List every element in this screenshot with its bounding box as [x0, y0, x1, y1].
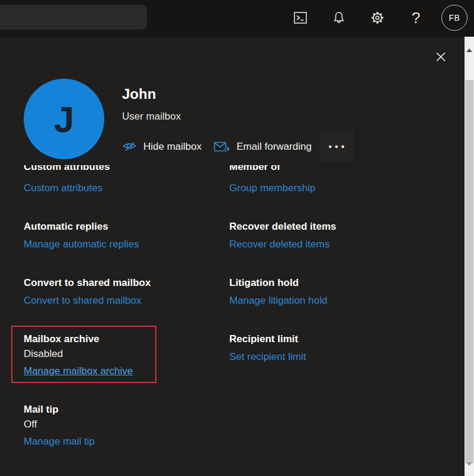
mail-tip-status: Off — [24, 419, 229, 430]
mailbox-details-flyout: J John User mailbox Hide mailbox — [0, 37, 465, 476]
section-title: Custom attributes — [24, 165, 229, 172]
section-title: Member of — [229, 165, 447, 172]
mailbox-name: John — [122, 86, 354, 102]
convert-to-shared-mailbox-link[interactable]: Convert to shared mailbox — [24, 295, 141, 306]
topbar-icon-group: ? FB — [287, 5, 467, 31]
manage-mail-tip-link[interactable]: Manage mail tip — [24, 436, 95, 447]
mailbox-profile-header: J John User mailbox Hide mailbox — [24, 79, 354, 162]
powershell-terminal-button[interactable] — [287, 5, 313, 31]
terminal-icon — [294, 12, 307, 24]
section-mailbox-archive: Mailbox archive Disabled Manage mailbox … — [24, 333, 229, 377]
scroll-down-arrow-icon — [466, 462, 472, 475]
gear-icon — [370, 11, 385, 25]
notifications-button[interactable] — [326, 5, 352, 31]
avatar-initial: J — [54, 98, 74, 140]
group-membership-link[interactable]: Group membership — [229, 182, 316, 194]
scroll-up-button[interactable] — [465, 39, 474, 49]
recover-deleted-items-link[interactable]: Recover deleted items — [229, 239, 329, 250]
hide-mailbox-button[interactable]: Hide mailbox — [122, 140, 201, 153]
close-x-icon — [434, 50, 447, 63]
custom-attributes-link[interactable]: Custom attributes — [24, 182, 103, 194]
section-litigation-hold: Litigation hold Manage litigation hold — [229, 277, 447, 306]
section-custom-attributes: Custom attributes Custom attributes — [24, 165, 229, 194]
set-recipient-limit-link[interactable]: Set recipient limit — [229, 351, 306, 362]
close-button[interactable] — [433, 49, 449, 65]
manage-mailbox-archive-link[interactable]: Manage mailbox archive — [24, 365, 133, 377]
section-automatic-replies: Automatic replies Manage automatic repli… — [24, 221, 229, 250]
scrollbar-thumb[interactable] — [465, 80, 473, 463]
section-title: Automatic replies — [24, 221, 229, 232]
eye-slash-icon — [122, 140, 137, 153]
manage-automatic-replies-link[interactable]: Manage automatic replies — [24, 239, 139, 250]
section-title: Recover deleted items — [229, 221, 447, 232]
section-title: Recipient limit — [229, 333, 447, 345]
mailbox-type-label: User mailbox — [122, 111, 354, 123]
mailbox-archive-status: Disabled — [24, 348, 229, 359]
scroll-down-button[interactable] — [465, 465, 474, 475]
profile-action-bar: Hide mailbox Email forwarding ••• — [122, 131, 354, 162]
mailbox-settings-grid: Custom attributes Custom attributes Memb… — [0, 165, 447, 476]
search-input[interactable] — [0, 5, 147, 30]
scroll-up-arrow-icon — [466, 40, 472, 52]
email-forwarding-button[interactable]: Email forwarding — [214, 141, 312, 153]
hide-mailbox-label: Hide mailbox — [143, 141, 201, 153]
section-recover-deleted-items: Recover deleted items Recover deleted it… — [229, 221, 447, 250]
section-title: Mail tip — [24, 404, 229, 415]
vertical-scrollbar[interactable] — [465, 37, 474, 476]
section-title: Litigation hold — [229, 277, 447, 288]
user-avatar: J — [24, 79, 104, 159]
section-recipient-limit: Recipient limit Set recipient limit — [229, 333, 447, 362]
email-forwarding-label: Email forwarding — [236, 141, 312, 153]
manage-litigation-hold-link[interactable]: Manage litigation hold — [229, 295, 327, 306]
help-question-icon: ? — [412, 10, 420, 25]
section-title: Mailbox archive — [24, 333, 229, 345]
more-actions-button[interactable]: ••• — [319, 131, 354, 162]
account-avatar: FB — [441, 5, 467, 31]
mail-forward-icon — [214, 141, 230, 153]
section-member-of: Member of Group membership — [229, 165, 447, 194]
bell-icon — [333, 11, 345, 24]
section-convert-to-shared-mailbox: Convert to shared mailbox Convert to sha… — [24, 277, 229, 306]
settings-button[interactable] — [364, 5, 390, 31]
section-mail-tip: Mail tip Off Manage mail tip — [24, 404, 229, 447]
top-app-bar: ? FB — [0, 0, 474, 37]
account-button[interactable]: FB — [441, 5, 467, 31]
section-title: Convert to shared mailbox — [24, 277, 229, 288]
help-button[interactable]: ? — [403, 5, 429, 31]
